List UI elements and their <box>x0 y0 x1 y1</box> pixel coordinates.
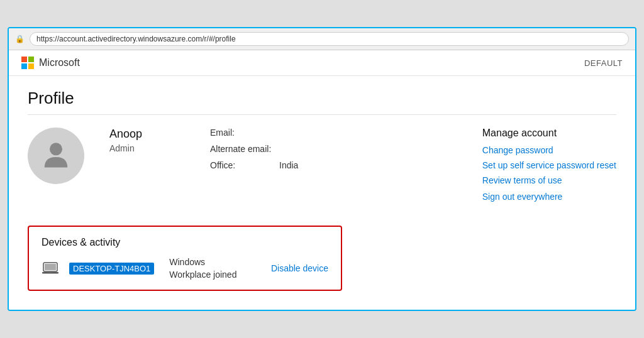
sq-yellow <box>28 63 34 69</box>
review-terms-link[interactable]: Review terms of use <box>482 175 616 185</box>
disable-device-link[interactable]: Disable device <box>271 263 328 273</box>
manage-title: Manage account <box>482 128 616 139</box>
lock-icon: 🔒 <box>15 35 25 43</box>
device-row: DESKTOP-TJN4BO1 Windows Workplace joined… <box>42 257 328 280</box>
avatar <box>28 128 84 184</box>
alt-email-label: Alternate email: <box>210 144 279 154</box>
sq-green <box>28 57 34 62</box>
sq-red <box>21 57 27 62</box>
profile-section: Anoop Admin Email: Alternate email: Offi… <box>28 128 616 207</box>
svg-point-0 <box>50 143 62 155</box>
ms-brand-label: Microsoft <box>39 57 80 68</box>
email-row: Email: <box>210 128 336 138</box>
svg-rect-4 <box>48 271 53 273</box>
laptop-icon <box>42 261 59 275</box>
device-info: Windows Workplace joined <box>169 257 236 280</box>
device-name[interactable]: DESKTOP-TJN4BO1 <box>69 263 154 275</box>
user-name: Anoop <box>109 128 185 141</box>
page-content: Profile Anoop Admin Email: <box>9 76 635 310</box>
device-os: Windows <box>169 257 236 267</box>
self-service-link[interactable]: Set up self service password reset <box>482 160 616 170</box>
user-details: Email: Alternate email: Office: India <box>210 128 336 177</box>
svg-rect-2 <box>45 264 56 270</box>
user-role: Admin <box>109 143 185 153</box>
devices-section: Devices & activity DESKTOP-TJN4BO1 Windo… <box>28 226 342 291</box>
ms-header: Microsoft DEFAULT <box>9 50 635 76</box>
page-title: Profile <box>28 89 616 115</box>
user-info: Anoop Admin <box>109 128 185 153</box>
change-password-link[interactable]: Change password <box>482 145 616 155</box>
ms-logo: Microsoft <box>21 57 80 69</box>
sign-out-everywhere-link[interactable]: Sign out everywhere <box>482 192 616 202</box>
devices-title: Devices & activity <box>42 237 328 248</box>
office-label: Office: <box>210 160 279 170</box>
ms-default-label: DEFAULT <box>584 58 623 68</box>
user-avatar-icon <box>40 139 72 173</box>
browser-window: 🔒 https://account.activedirectory.window… <box>8 27 636 311</box>
sq-blue <box>21 63 27 69</box>
ms-logo-squares <box>21 57 34 69</box>
manage-section: Manage account Change password Set up se… <box>482 128 616 207</box>
browser-bar: 🔒 https://account.activedirectory.window… <box>9 28 635 50</box>
office-value: India <box>279 160 298 170</box>
office-row: Office: India <box>210 160 336 170</box>
device-join-status: Workplace joined <box>169 270 236 280</box>
alt-email-row: Alternate email: <box>210 144 336 154</box>
email-label: Email: <box>210 128 279 138</box>
url-bar[interactable]: https://account.activedirectory.windowsa… <box>30 32 629 46</box>
